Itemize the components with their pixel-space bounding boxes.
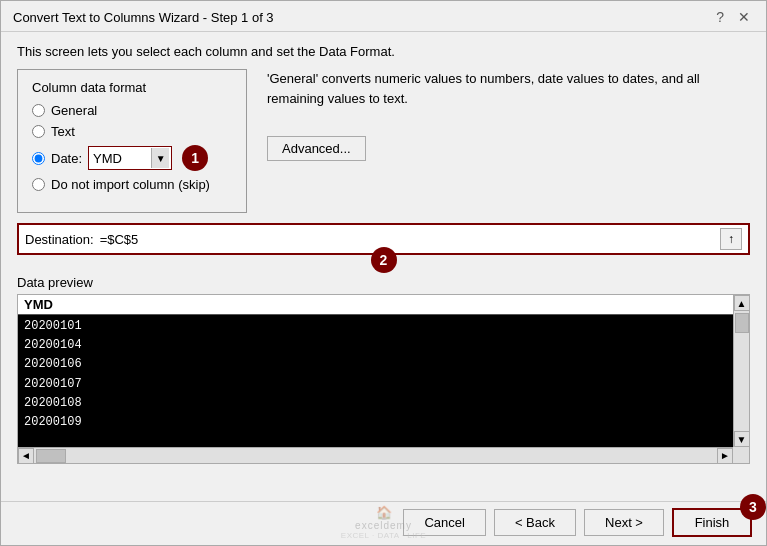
preview-row: 20200109 [24, 413, 727, 432]
finish-btn-wrapper: Finish 3 [672, 508, 752, 537]
column-format-group: Column data format General Text Date: [17, 69, 247, 213]
finish-button[interactable]: Finish [672, 508, 752, 537]
footer-buttons: Cancel < Back Next > Finish 3 [403, 508, 752, 537]
radio-general[interactable] [32, 104, 45, 117]
label-skip: Do not import column (skip) [51, 177, 210, 192]
step-badge-2: 2 [371, 247, 397, 273]
scroll-v-thumb[interactable] [735, 313, 749, 333]
select-arrow-icon: ▼ [151, 148, 169, 168]
radio-row-skip: Do not import column (skip) [32, 177, 232, 192]
data-preview-section: Data preview YMD 20200101 20200104 20200… [17, 275, 750, 493]
preview-row: 20200108 [24, 394, 727, 413]
date-format-select[interactable]: MDY DMY YMD MYD DYM YDM [91, 150, 151, 167]
back-button[interactable]: < Back [494, 509, 576, 536]
radio-date[interactable] [32, 152, 45, 165]
step-badge-3: 3 [740, 494, 766, 520]
description-text: 'General' converts numeric values to num… [267, 69, 750, 108]
destination-input[interactable] [100, 232, 720, 247]
title-bar: Convert Text to Columns Wizard - Step 1 … [1, 1, 766, 32]
footer: 🏠 exceldemy EXCEL · DATA · LIFE Cancel <… [1, 501, 766, 545]
column-format-label: Column data format [32, 80, 232, 95]
preview-row: 20200107 [24, 375, 727, 394]
help-button[interactable]: ? [712, 9, 728, 25]
preview-row: 20200104 [24, 336, 727, 355]
scroll-right-arrow[interactable]: ► [717, 448, 733, 464]
scroll-h-thumb[interactable] [36, 449, 66, 463]
radio-skip[interactable] [32, 178, 45, 191]
scroll-left-arrow[interactable]: ◄ [18, 448, 34, 464]
intro-text: This screen lets you select each column … [17, 44, 750, 59]
preview-row: 20200106 [24, 355, 727, 374]
data-preview-label: Data preview [17, 275, 750, 290]
scroll-down-arrow[interactable]: ▼ [734, 431, 750, 447]
scroll-up-arrow[interactable]: ▲ [734, 295, 750, 311]
label-text: Text [51, 124, 75, 139]
vertical-scrollbar[interactable]: ▲ ▼ [733, 295, 749, 447]
advanced-button[interactable]: Advanced... [267, 136, 366, 161]
scrollbar-corner [733, 447, 749, 463]
destination-wrapper: Destination: ↑ 2 [17, 223, 750, 255]
label-date: Date: [51, 151, 82, 166]
radio-row-date: Date: MDY DMY YMD MYD DYM YDM ▼ 1 [32, 145, 232, 171]
main-content-row: Column data format General Text Date: [17, 69, 750, 213]
next-button[interactable]: Next > [584, 509, 664, 536]
radio-row-text: Text [32, 124, 232, 139]
preview-outer: YMD 20200101 20200104 20200106 20200107 … [17, 294, 750, 464]
logo-subtext: EXCEL · DATA · LIFE [341, 531, 426, 540]
preview-body: 20200101 20200104 20200106 20200107 2020… [18, 315, 733, 434]
footer-logo: 🏠 exceldemy EXCEL · DATA · LIFE [341, 505, 426, 540]
destination-collapse-button[interactable]: ↑ [720, 228, 742, 250]
title-bar-buttons: ? ✕ [712, 9, 754, 25]
label-general: General [51, 103, 97, 118]
destination-label: Destination: [25, 232, 94, 247]
preview-inner: YMD 20200101 20200104 20200106 20200107 … [18, 295, 733, 447]
preview-column-header: YMD [18, 295, 733, 315]
preview-row: 20200101 [24, 317, 727, 336]
description-area: 'General' converts numeric values to num… [267, 69, 750, 161]
logo-text: exceldemy [355, 520, 412, 531]
horizontal-scrollbar[interactable]: ◄ ► [18, 447, 733, 463]
dialog-title: Convert Text to Columns Wizard - Step 1 … [13, 10, 274, 25]
date-select-wrapper: MDY DMY YMD MYD DYM YDM ▼ [88, 146, 172, 170]
logo-icon: 🏠 [376, 505, 392, 520]
radio-text[interactable] [32, 125, 45, 138]
dialog-body: This screen lets you select each column … [1, 32, 766, 501]
radio-row-general: General [32, 103, 232, 118]
dialog: Convert Text to Columns Wizard - Step 1 … [0, 0, 767, 546]
step-badge-1: 1 [182, 145, 208, 171]
close-button[interactable]: ✕ [734, 9, 754, 25]
